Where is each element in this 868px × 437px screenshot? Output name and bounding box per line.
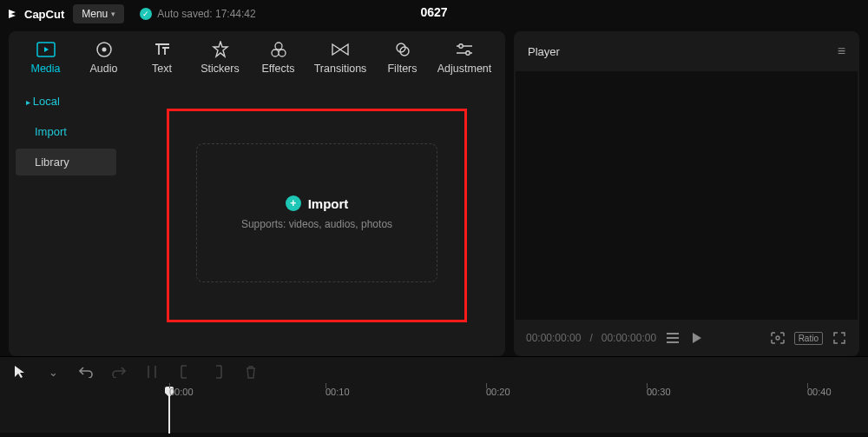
sidebar-item-import[interactable]: Import <box>16 118 116 145</box>
media-icon <box>36 40 56 59</box>
player-menu-icon[interactable]: ≡ <box>838 43 845 59</box>
import-area: + Import Supports: videos, audios, photo… <box>123 79 505 356</box>
timeline-ruler[interactable]: 00:00 00:10 00:20 00:30 00:40 <box>165 387 868 406</box>
tab-label: Media <box>30 63 60 75</box>
timeline-tick: 00:30 <box>647 387 671 397</box>
import-dropzone[interactable]: + Import Supports: videos, audios, photo… <box>196 143 437 282</box>
svg-point-2 <box>102 48 106 52</box>
tab-label: Text <box>152 63 172 75</box>
tab-stickers[interactable]: Stickers <box>199 40 241 75</box>
timeline-tick: 00:00 <box>169 387 194 397</box>
list-icon[interactable] <box>665 333 681 343</box>
tab-adjustment[interactable]: Adjustment <box>439 40 490 75</box>
player-controls: 00:00:00:00 / 00:00:00:00 Ratio <box>514 320 859 356</box>
transitions-icon <box>331 40 350 59</box>
svg-point-5 <box>459 44 463 48</box>
menu-label: Menu <box>82 8 108 20</box>
player-title: Player <box>528 45 560 58</box>
timeline-tick: 00:10 <box>326 387 350 397</box>
sidebar-item-label: Import <box>35 125 67 138</box>
timeline-panel: ⌄ 00:00 00:10 00:20 00:30 00:40 <box>0 356 868 433</box>
player-canvas[interactable] <box>516 71 858 320</box>
tab-label: Adjustment <box>437 63 492 75</box>
media-sidebar: Local Import Library <box>9 79 123 356</box>
sidebar-item-label: Local <box>33 95 60 108</box>
time-separator: / <box>589 332 592 344</box>
chevron-down-icon: ▾ <box>111 10 115 18</box>
app-logo: CapCut <box>7 7 64 21</box>
svg-point-7 <box>776 336 779 340</box>
cursor-tool-icon[interactable] <box>12 364 28 380</box>
tab-text[interactable]: Text <box>141 40 183 75</box>
chevron-down-icon[interactable]: ⌄ <box>45 364 61 380</box>
timeline-toolbar: ⌄ <box>0 357 868 387</box>
stickers-icon <box>211 40 230 59</box>
player-time-current: 00:00:00:00 <box>526 332 581 344</box>
sidebar-item-local[interactable]: Local <box>16 88 116 115</box>
filters-icon <box>393 40 412 59</box>
tool-tabs: Media Audio Text Stickers Effects Transi… <box>9 31 505 79</box>
redo-icon[interactable] <box>111 364 127 380</box>
topbar: CapCut Menu ▾ ✓ Auto saved: 17:44:42 062… <box>0 0 868 28</box>
ratio-button[interactable]: Ratio <box>794 332 823 345</box>
sidebar-item-library[interactable]: Library <box>16 149 116 175</box>
tab-label: Stickers <box>201 63 239 75</box>
player-header: Player ≡ <box>514 31 859 71</box>
undo-icon[interactable] <box>78 364 94 380</box>
check-icon: ✓ <box>140 8 152 20</box>
fullscreen-icon[interactable] <box>832 332 847 344</box>
effects-icon <box>269 40 288 59</box>
trim-left-icon[interactable] <box>177 364 193 380</box>
media-panel-body: Local Import Library + Import Supports: … <box>9 79 505 356</box>
sidebar-item-label: Library <box>35 156 69 169</box>
play-icon[interactable] <box>689 332 705 344</box>
player-panel: Player ≡ 00:00:00:00 / 00:00:00:00 Ratio <box>514 31 859 356</box>
capcut-logo-icon <box>7 7 21 21</box>
tab-transitions[interactable]: Transitions <box>315 40 365 75</box>
delete-icon[interactable] <box>243 364 259 380</box>
timeline-tick: 00:40 <box>807 387 832 397</box>
media-panel: Media Audio Text Stickers Effects Transi… <box>9 31 505 356</box>
text-icon <box>153 40 172 59</box>
import-title: Import <box>308 196 349 211</box>
main-region: Media Audio Text Stickers Effects Transi… <box>0 28 868 356</box>
adjustment-icon <box>455 40 474 59</box>
import-subtitle: Supports: videos, audios, photos <box>241 218 392 230</box>
frame-capture-icon[interactable] <box>770 332 786 344</box>
tab-label: Effects <box>262 63 295 75</box>
tab-media[interactable]: Media <box>24 40 67 75</box>
timeline-tick: 00:20 <box>486 387 510 397</box>
tab-label: Transitions <box>314 63 367 75</box>
trim-right-icon[interactable] <box>210 364 226 380</box>
autosave-status: ✓ Auto saved: 17:44:42 <box>140 8 255 20</box>
player-time-total: 00:00:00:00 <box>602 332 656 344</box>
project-title: 0627 <box>420 5 447 19</box>
tab-label: Audio <box>90 63 118 75</box>
import-title-row: + Import <box>286 195 349 211</box>
autosave-label: Auto saved: 17:44:42 <box>157 8 255 20</box>
tab-filters[interactable]: Filters <box>381 40 424 75</box>
svg-point-6 <box>466 51 470 55</box>
tab-label: Filters <box>387 63 417 75</box>
tab-effects[interactable]: Effects <box>257 40 299 75</box>
split-icon[interactable] <box>144 364 160 380</box>
tab-audio[interactable]: Audio <box>82 40 125 75</box>
playhead-line <box>168 395 170 434</box>
plus-icon: + <box>286 195 301 211</box>
menu-button[interactable]: Menu ▾ <box>73 4 124 23</box>
audio-icon <box>95 40 114 59</box>
app-name: CapCut <box>24 8 64 21</box>
